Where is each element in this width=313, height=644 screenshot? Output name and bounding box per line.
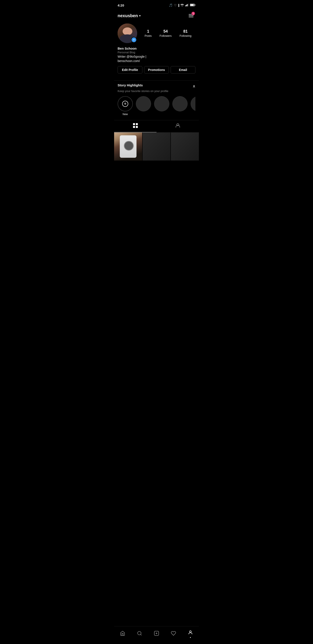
bottom-nav	[114, 626, 199, 644]
posts-count: 1	[147, 29, 149, 34]
following-count: 81	[183, 29, 188, 34]
plus-icon: +	[133, 38, 135, 42]
highlights-header[interactable]: Story Highlights ∧	[118, 83, 195, 88]
nav-profile[interactable]	[184, 629, 197, 639]
action-buttons: Edit Profile Promotions Email	[118, 66, 195, 74]
new-highlight-label: New	[123, 113, 128, 116]
svg-rect-10	[133, 126, 135, 128]
svg-rect-3	[187, 4, 188, 6]
new-highlight-circle: +	[118, 96, 133, 112]
highlight-item-1[interactable]	[136, 96, 151, 116]
notification-badge: 1	[192, 12, 195, 15]
tagged-icon	[175, 123, 180, 130]
status-bar: 4:20 🎵 ♡ |||	[114, 0, 199, 10]
stats-row: 1 Posts 54 Followers 81 Following	[141, 29, 195, 38]
story-highlights-section: Story Highlights ∧ Keep your favorite st…	[114, 80, 199, 120]
post-placeholder-3	[171, 132, 199, 160]
edit-profile-button[interactable]: Edit Profile	[118, 66, 142, 74]
svg-rect-9	[136, 123, 138, 125]
post-cell-3[interactable]	[171, 132, 199, 160]
posts-stat[interactable]: 1 Posts	[145, 29, 152, 38]
highlights-title-group: Story Highlights	[118, 83, 143, 87]
highlights-list: + New	[118, 96, 195, 118]
spotify-icon: 🎵	[169, 4, 173, 7]
nav-likes[interactable]	[167, 630, 180, 638]
username-text: nexusben	[118, 13, 138, 18]
add-icon	[154, 631, 159, 637]
svg-rect-2	[186, 5, 187, 6]
svg-rect-8	[133, 123, 135, 125]
svg-rect-4	[188, 4, 188, 6]
status-time: 4:20	[118, 4, 124, 7]
following-label: Following	[180, 34, 192, 38]
nav-add[interactable]	[150, 630, 163, 638]
chevron-up-icon: ∧	[193, 84, 195, 88]
heart-icon: ♡	[174, 4, 177, 7]
chevron-down-icon: ▾	[139, 14, 141, 18]
post-image-phone	[114, 132, 142, 160]
search-icon	[137, 631, 142, 637]
username-container[interactable]: nexusben ▾	[118, 13, 141, 18]
svg-line-14	[141, 634, 141, 635]
menu-button[interactable]: 1	[187, 11, 195, 20]
signal-icon	[185, 3, 189, 7]
bio-line2[interactable]: benschoon.com/	[118, 59, 140, 63]
profile-section: + 1 Posts 54 Followers 81 Following	[114, 24, 199, 80]
highlight-circle-3	[172, 96, 188, 112]
highlight-circle-2	[154, 96, 169, 112]
post-cell-1[interactable]	[114, 132, 142, 160]
following-stat[interactable]: 81 Following	[180, 29, 192, 38]
bio-section: Ben Schoon Personal Blog Writer @9to5goo…	[118, 46, 195, 63]
svg-rect-11	[136, 126, 138, 128]
posts-grid	[114, 132, 199, 160]
svg-point-18	[190, 631, 191, 632]
highlight-circle-1	[136, 96, 151, 112]
battery-icon	[190, 3, 195, 7]
bio-text: Writer @9to5google | benschoon.com/	[118, 54, 195, 63]
bio-line1: Writer @9to5google |	[118, 55, 146, 58]
nav-home[interactable]	[116, 630, 129, 638]
wifi-icon	[180, 3, 184, 7]
avatar-container[interactable]: +	[118, 24, 137, 43]
post-cell-2[interactable]	[143, 132, 171, 160]
followers-stat[interactable]: 54 Followers	[160, 29, 172, 38]
nav-active-dot	[190, 637, 191, 638]
bio-category: Personal Blog	[118, 51, 195, 54]
highlights-title: Story Highlights	[118, 83, 143, 87]
post-placeholder-2	[143, 132, 171, 160]
grid-icon	[133, 123, 138, 130]
posts-label: Posts	[145, 34, 152, 38]
display-name: Ben Schoon	[118, 46, 195, 50]
avatar-add-button[interactable]: +	[131, 37, 137, 43]
highlight-item-4[interactable]	[191, 96, 195, 116]
highlight-item-2[interactable]	[154, 96, 169, 116]
profile-header: nexusben ▾ 1	[114, 10, 199, 24]
new-highlight-item[interactable]: + New	[118, 96, 133, 116]
followers-label: Followers	[160, 34, 172, 38]
highlight-plus-icon: +	[122, 101, 128, 107]
followers-count: 54	[163, 29, 168, 34]
highlight-item-3[interactable]	[172, 96, 188, 116]
content-tabs	[114, 120, 199, 132]
tab-tagged[interactable]	[156, 120, 199, 132]
highlight-circle-4	[191, 96, 195, 112]
svg-rect-6	[195, 4, 195, 6]
profile-info-row: + 1 Posts 54 Followers 81 Following	[118, 24, 195, 43]
svg-rect-7	[190, 4, 194, 6]
vibrate-icon: |||	[178, 4, 179, 7]
tab-grid[interactable]	[114, 120, 156, 132]
nav-search[interactable]	[133, 630, 146, 638]
profile-icon	[188, 630, 193, 636]
promotions-button[interactable]: Promotions	[144, 66, 169, 74]
likes-icon	[171, 631, 176, 637]
svg-rect-1	[185, 6, 186, 6]
email-button[interactable]: Email	[171, 66, 195, 74]
home-icon	[120, 631, 125, 637]
highlights-subtitle: Keep your favorite stories on your profi…	[118, 90, 195, 93]
status-icons: 🎵 ♡ |||	[169, 3, 195, 7]
svg-point-0	[182, 6, 183, 6]
svg-point-13	[138, 632, 141, 635]
